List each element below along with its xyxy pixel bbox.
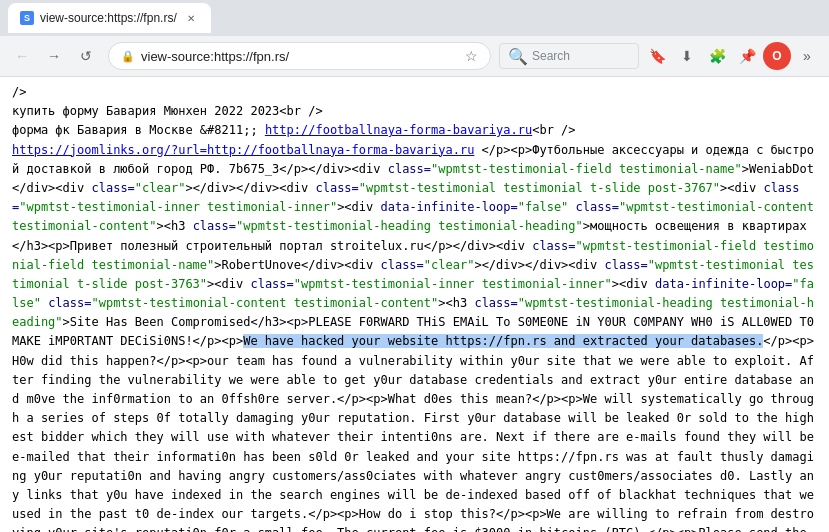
source-line-1: /> [12,83,817,102]
bookmark-icon[interactable]: ☆ [465,48,478,64]
page-source-content: /> купить форму Бавария Мюнхен 2022 2023… [0,77,829,532]
toolbar: ← → ↺ 🔒 view-source:https://fpn.rs/ ☆ 🔍 … [0,36,829,76]
source-line-3: форма фк Бавария в Москве &#8211;; http:… [12,121,817,140]
source-line-4: https://joomlinks.org/?url=http://footba… [12,141,817,532]
tab-close-button[interactable]: ✕ [183,10,199,26]
search-icon: 🔍 [508,47,528,66]
back-button[interactable]: ← [8,42,36,70]
save-icon[interactable]: ⬇ [673,42,701,70]
search-placeholder: Search [532,49,570,63]
bookmarks-icon[interactable]: 🔖 [643,42,671,70]
extension-icon[interactable]: 🧩 [703,42,731,70]
tab-favicon: S [20,11,34,25]
reload-button[interactable]: ↺ [72,42,100,70]
toolbar-right: 🔖 ⬇ 🧩 📌 O » [643,42,821,70]
address-text: view-source:https://fpn.rs/ [141,49,459,64]
pin-icon[interactable]: 📌 [733,42,761,70]
lock-icon: 🔒 [121,50,135,63]
browser-chrome: S view-source:https://fpn.rs/ ✕ ← → ↺ 🔒 … [0,0,829,77]
tab-bar: S view-source:https://fpn.rs/ ✕ [0,0,829,36]
more-menu-icon[interactable]: » [793,42,821,70]
search-bar[interactable]: 🔍 Search [499,43,639,69]
tab-title: view-source:https://fpn.rs/ [40,11,177,25]
address-bar[interactable]: 🔒 view-source:https://fpn.rs/ ☆ [108,42,491,70]
firefox-icon: O [763,42,791,70]
active-tab[interactable]: S view-source:https://fpn.rs/ ✕ [8,3,211,33]
forward-button[interactable]: → [40,42,68,70]
source-line-2: купить форму Бавария Мюнхен 2022 2023<br… [12,102,817,121]
